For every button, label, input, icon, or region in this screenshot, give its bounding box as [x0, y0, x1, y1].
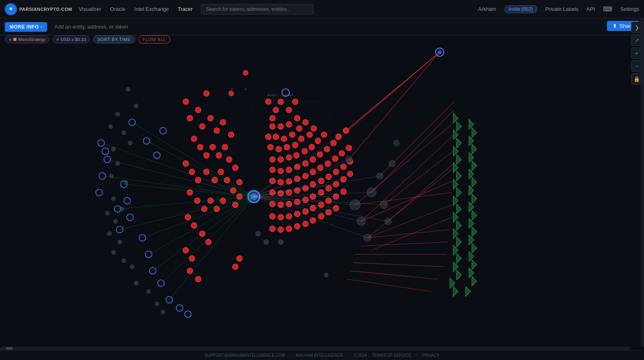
svg-marker-279 — [469, 169, 474, 179]
svg-marker-252 — [456, 121, 461, 132]
svg-point-182 — [118, 240, 122, 244]
svg-point-143 — [318, 189, 324, 195]
svg-point-122 — [325, 161, 330, 167]
nav-private-labels[interactable]: Private Labels — [545, 6, 578, 12]
svg-point-111 — [324, 146, 330, 152]
svg-marker-275 — [469, 136, 474, 146]
svg-point-115 — [270, 178, 275, 184]
svg-point-76 — [270, 115, 275, 121]
svg-marker-254 — [456, 138, 461, 148]
svg-marker-277 — [469, 152, 474, 163]
svg-point-91 — [284, 144, 290, 150]
svg-line-222 — [254, 159, 349, 196]
more-info-label: MoRE INFO — [10, 24, 39, 30]
svg-marker-264 — [456, 220, 461, 230]
filter-usd[interactable]: ✕ USD ≥ $0.10 — [52, 35, 90, 43]
svg-point-73 — [265, 99, 271, 105]
svg-marker-271 — [450, 278, 455, 288]
svg-line-227 — [254, 162, 350, 197]
nav-settings[interactable]: Settings — [620, 6, 639, 12]
svg-point-75 — [278, 99, 283, 105]
svg-line-295 — [334, 52, 440, 143]
svg-point-14 — [127, 214, 133, 220]
footer-email[interactable]: SUPPORT@ARKHAMINTELLIGENCE.COM — [204, 353, 285, 358]
footer-year: © 2024 — [354, 353, 367, 358]
sort-by-time-button[interactable]: SORT BY TIME — [93, 35, 135, 43]
nav-arkham[interactable]: Arkham — [478, 6, 496, 12]
svg-point-40 — [216, 152, 221, 158]
nav-link-intel-exchange[interactable]: Intel Exchange — [134, 6, 169, 12]
svg-marker-272 — [453, 286, 458, 296]
svg-point-101 — [309, 144, 314, 150]
svg-point-59 — [191, 222, 197, 228]
svg-line-233 — [361, 135, 454, 221]
svg-point-161 — [294, 223, 300, 229]
svg-point-159 — [278, 227, 283, 232]
svg-point-88 — [303, 119, 308, 125]
svg-marker-282 — [472, 194, 477, 204]
nav-api[interactable]: API — [586, 6, 595, 12]
lock-button[interactable]: 🔒 — [631, 73, 642, 84]
svg-point-31 — [199, 123, 205, 129]
svg-point-203 — [393, 140, 399, 146]
svg-point-60 — [199, 231, 205, 237]
svg-marker-289 — [469, 251, 474, 261]
logo-area: ☀ PARSIANCRYPTO.COM — [5, 3, 72, 15]
svg-text:m: m — [231, 87, 233, 91]
nav-invite[interactable]: Invite (952) — [504, 5, 537, 13]
svg-point-85 — [281, 136, 287, 142]
footer-separator-3: · — [416, 353, 417, 358]
footer-terms[interactable]: TERMS OF SERVICE — [372, 353, 411, 358]
svg-point-25 — [154, 152, 160, 158]
nav-link-visualizer[interactable]: Visualizer — [78, 6, 101, 12]
svg-marker-253 — [453, 130, 458, 140]
nav-translate-icon[interactable]: ⌨ — [603, 5, 612, 13]
navbar: ☀ PARSIANCRYPTO.COM Visualizer Oracle In… — [0, 0, 644, 19]
svg-point-191 — [264, 239, 268, 244]
svg-point-170 — [109, 124, 113, 128]
svg-line-205 — [107, 159, 254, 196]
expand-all-button[interactable]: ⤢ — [631, 35, 642, 46]
svg-point-24 — [143, 138, 150, 144]
filter-microstrategy[interactable]: ✕ MicroStrategy — [5, 35, 49, 43]
svg-line-244 — [372, 217, 452, 250]
microstrategy-dot — [13, 38, 17, 41]
svg-point-181 — [107, 232, 111, 236]
svg-marker-283 — [469, 202, 474, 212]
nav-link-tracer[interactable]: Tracer — [178, 6, 193, 12]
graph-canvas[interactable]: 0x4f2... 0x8a1... m m — [0, 19, 644, 350]
svg-point-160 — [286, 226, 292, 232]
svg-point-95 — [311, 125, 316, 131]
svg-point-108 — [303, 161, 308, 167]
svg-point-72 — [243, 70, 248, 75]
svg-marker-274 — [472, 128, 477, 138]
bottom-scrollbar[interactable] — [0, 347, 630, 350]
more-info-button[interactable]: MoRE INFO › — [5, 22, 47, 32]
svg-point-132 — [318, 178, 324, 184]
svg-marker-269 — [453, 262, 458, 272]
close-usd-icon[interactable]: ✕ — [56, 37, 59, 42]
svg-point-187 — [147, 290, 151, 294]
svg-point-13 — [124, 197, 130, 204]
scroll-thumb[interactable] — [6, 347, 13, 350]
entity-input[interactable] — [51, 22, 639, 31]
svg-point-164 — [318, 214, 324, 219]
search-input[interactable] — [201, 4, 314, 14]
zoom-out-button[interactable]: − — [631, 60, 642, 72]
svg-point-9 — [102, 148, 108, 154]
close-microstrategy-icon[interactable]: ✕ — [8, 37, 12, 42]
svg-marker-276 — [472, 144, 477, 154]
svg-point-134 — [333, 169, 339, 175]
svg-marker-256 — [456, 154, 461, 165]
expand-right-button[interactable]: ❯ — [631, 22, 642, 33]
zoom-in-button[interactable]: + — [631, 47, 642, 59]
svg-point-98 — [286, 154, 292, 160]
svg-marker-281 — [469, 185, 474, 195]
svg-point-171 — [122, 131, 126, 135]
flow-all-button[interactable]: FLOW ALL — [138, 35, 171, 43]
svg-point-87 — [296, 125, 302, 131]
footer-privacy[interactable]: PRIVACY — [422, 353, 440, 358]
svg-point-28 — [195, 107, 201, 113]
nav-link-oracle[interactable]: Oracle — [110, 6, 125, 12]
svg-point-169 — [116, 112, 120, 116]
